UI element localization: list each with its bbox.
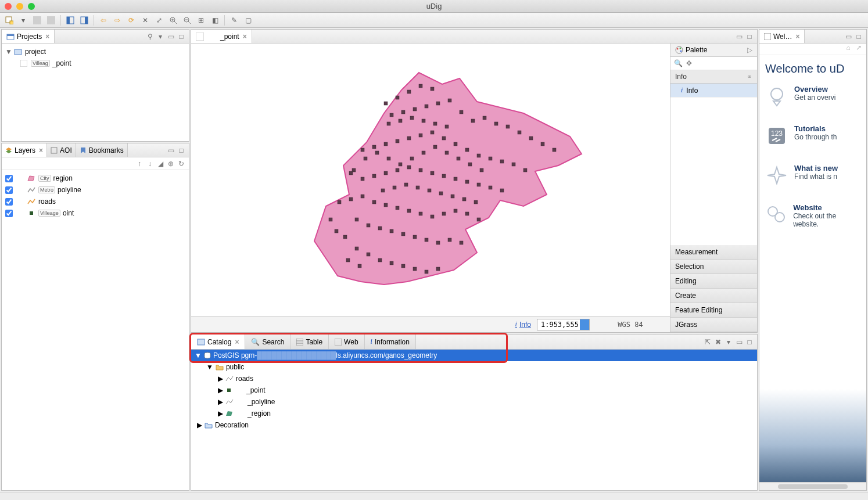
welcome-item-tutorials[interactable]: 123 TutorialsGo through th — [765, 124, 860, 148]
horizontal-scrollbar[interactable] — [778, 484, 848, 489]
layer-visibility-checkbox[interactable] — [5, 210, 13, 217]
catalog-table-node[interactable]: ▶ _polyline — [191, 396, 757, 408]
close-tab-icon[interactable]: × — [795, 33, 799, 41]
minimize-panel-icon[interactable]: ▭ — [735, 338, 743, 346]
tab-catalog[interactable]: Catalog × — [191, 334, 245, 349]
layout-button-1[interactable] — [64, 15, 76, 26]
palette-category[interactable]: Editing — [670, 274, 757, 289]
tab-web[interactable]: Web — [329, 334, 364, 349]
palette-category[interactable]: Measurement — [670, 245, 757, 260]
tab-bookmarks[interactable]: Bookmarks — [76, 143, 128, 157]
zoom-extent-button[interactable]: ⤢ — [153, 15, 165, 26]
filter-icon[interactable]: ⊕ — [167, 160, 175, 168]
palette-category[interactable]: JGrass — [670, 318, 757, 332]
home-icon[interactable]: ⌂ — [844, 44, 852, 52]
link-icon[interactable]: ⚲ — [146, 33, 154, 41]
layer-row[interactable]: roads — [5, 196, 185, 207]
edit-button[interactable]: ✎ — [228, 15, 240, 26]
window-minimize-button[interactable] — [16, 3, 23, 10]
palette-category[interactable]: Create — [670, 289, 757, 303]
catalog-postgis-node[interactable]: ▼ PostGIS pgm-████████████████ls.aliyunc… — [191, 350, 757, 361]
zoom-out-button[interactable] — [181, 15, 193, 26]
close-tab-icon[interactable]: × — [45, 33, 49, 41]
info-link[interactable]: i Info — [515, 320, 531, 329]
project-name[interactable]: project — [25, 48, 46, 56]
minimize-panel-icon[interactable]: ▭ — [167, 33, 175, 41]
close-tab-icon[interactable]: × — [235, 338, 239, 346]
minimize-panel-icon[interactable]: ▭ — [735, 33, 743, 41]
save-button[interactable] — [31, 15, 43, 26]
catalog-decoration-node[interactable]: ▶ Decoration — [191, 419, 757, 431]
close-tab-icon[interactable]: × — [243, 33, 247, 41]
layers-tree: City region Metro polyline roads — [2, 170, 189, 221]
expand-arrow[interactable]: ▼ — [5, 48, 11, 56]
nav-back-button[interactable]: ⇦ — [98, 15, 109, 26]
toolbar-button[interactable]: ▢ — [242, 15, 254, 26]
catalog-table-node[interactable]: ▶ _region — [191, 408, 757, 419]
welcome-item-whatsnew[interactable]: What is newFind what is n — [765, 164, 860, 187]
catalog-schema-node[interactable]: ▼ public — [191, 361, 757, 373]
nav-icon[interactable]: ↗ — [855, 44, 863, 52]
move-up-icon[interactable]: ↑ — [135, 160, 144, 168]
maximize-panel-icon[interactable]: □ — [855, 33, 863, 41]
maximize-panel-icon[interactable]: □ — [177, 146, 185, 154]
tab-layers[interactable]: Layers × — [2, 143, 47, 157]
cancel-nav-button[interactable]: ✕ — [139, 15, 151, 26]
welcome-item-overview[interactable]: OverviewGet an overvi — [765, 85, 860, 108]
style-icon[interactable]: ◢ — [156, 160, 164, 168]
tab-aoi[interactable]: AOI — [47, 143, 76, 157]
search-icon[interactable]: 🔍 — [674, 59, 683, 67]
chevron-right-icon[interactable]: ▷ — [747, 46, 752, 54]
layer-visibility-checkbox[interactable] — [5, 186, 13, 194]
palette-item-info[interactable]: i Info — [670, 84, 757, 98]
view-menu-icon[interactable]: ▾ — [156, 33, 164, 41]
new-map-button[interactable] — [3, 15, 15, 26]
nav-forward-button[interactable]: ⇨ — [112, 15, 123, 26]
maximize-panel-icon[interactable]: □ — [745, 338, 754, 346]
move-down-icon[interactable]: ↓ — [146, 160, 154, 168]
polygon-icon — [27, 174, 36, 183]
tab-search[interactable]: 🔍 Search — [245, 334, 290, 349]
catalog-table-node[interactable]: ▶ _point — [191, 384, 757, 396]
close-tab-icon[interactable]: × — [39, 146, 43, 154]
tab-table[interactable]: Table — [290, 334, 329, 349]
maximize-panel-icon[interactable]: □ — [177, 33, 185, 41]
layout-button-2[interactable] — [78, 15, 90, 26]
crs-display[interactable]: WGS 84 — [596, 321, 665, 329]
zoom-in-button[interactable] — [167, 15, 179, 26]
toolbar-button[interactable]: ▾ — [17, 15, 29, 26]
refresh-button[interactable]: ⟳ — [125, 15, 137, 26]
palette-header[interactable]: Palette ▷ — [670, 44, 757, 57]
tab-projects[interactable]: Projects × — [2, 30, 55, 43]
scale-input[interactable]: 1:953,555 — [537, 319, 590, 330]
maximize-panel-icon[interactable]: □ — [745, 33, 754, 41]
minimize-panel-icon[interactable]: ▭ — [844, 33, 852, 41]
import-icon[interactable]: ⇱ — [704, 338, 712, 346]
tab-welcome[interactable]: Wel… × — [759, 30, 805, 43]
layer-row[interactable]: Metro polyline — [5, 184, 185, 196]
minimize-panel-icon[interactable]: ▭ — [167, 146, 175, 154]
welcome-icon — [764, 33, 771, 40]
window-close-button[interactable] — [5, 3, 12, 10]
catalog-table-node[interactable]: ▶ roads — [191, 373, 757, 384]
map-canvas[interactable] — [191, 44, 670, 316]
remove-icon[interactable]: ✖ — [714, 338, 722, 346]
refresh-layer-icon[interactable]: ↻ — [177, 160, 185, 168]
welcome-item-website[interactable]: WebsiteCheck out the website. — [765, 203, 860, 228]
window-maximize-button[interactable] — [28, 3, 35, 10]
toolbar-button[interactable]: ⊞ — [195, 15, 207, 26]
view-menu-icon[interactable]: ▾ — [724, 338, 733, 346]
tab-information[interactable]: i Information — [365, 334, 416, 349]
toolbar-button[interactable]: ◧ — [209, 15, 221, 26]
map-name[interactable]: _point — [52, 59, 71, 67]
map-tab[interactable]: _point × — [191, 30, 252, 43]
open-button[interactable] — [45, 15, 57, 26]
move-icon[interactable]: ✥ — [686, 59, 692, 67]
layer-row[interactable]: Villeage oint — [5, 207, 185, 219]
layer-visibility-checkbox[interactable] — [5, 198, 13, 206]
layer-row[interactable]: City region — [5, 172, 185, 184]
palette-section-info[interactable]: Info ⚭ — [670, 70, 757, 84]
palette-category[interactable]: Feature Editing — [670, 303, 757, 318]
palette-category[interactable]: Selection — [670, 260, 757, 274]
layer-visibility-checkbox[interactable] — [5, 175, 13, 182]
